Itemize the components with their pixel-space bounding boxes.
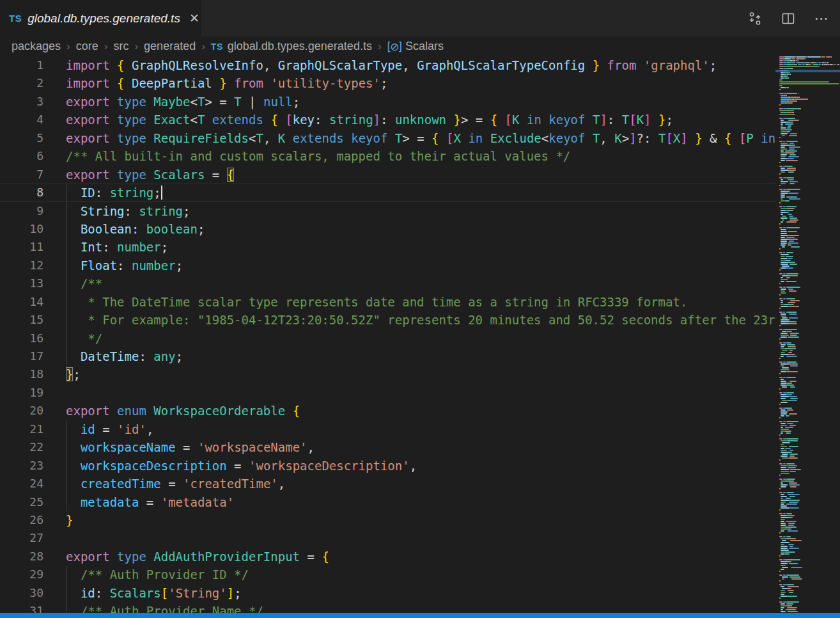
code-line[interactable]: 5export type RequireFields<T, K extends … [0, 129, 775, 147]
code-line[interactable]: 26} [0, 511, 775, 529]
code-line[interactable]: 2import { DeepPartial } from 'utility-ty… [0, 74, 775, 92]
line-number[interactable]: 1 [0, 56, 43, 74]
minimap-line [807, 56, 821, 58]
line-number[interactable]: 27 [0, 529, 43, 547]
line-number[interactable]: 12 [0, 257, 43, 274]
minimap-line [789, 454, 798, 455]
minimap[interactable] [775, 56, 840, 613]
breadcrumb-item-src[interactable]: src [113, 40, 128, 53]
line-number[interactable]: 15 [0, 311, 43, 329]
minimap-line [788, 208, 795, 209]
line-number[interactable]: 19 [0, 384, 43, 402]
line-number[interactable]: 8 [0, 184, 43, 202]
line-number[interactable]: 5 [0, 129, 43, 147]
minimap-line [785, 321, 797, 322]
line-number[interactable]: 4 [0, 111, 43, 129]
code-line[interactable]: 4export type Exact<T extends { [key: str… [0, 111, 775, 129]
minimap-line [781, 519, 785, 520]
code-line[interactable]: 19 [0, 384, 775, 402]
code-line[interactable]: 1import { GraphQLResolveInfo, GraphQLSca… [0, 56, 775, 74]
line-number[interactable]: 6 [0, 147, 43, 165]
line-number[interactable]: 28 [0, 548, 43, 566]
code-editor[interactable]: 1import { GraphQLResolveInfo, GraphQLSca… [0, 56, 775, 618]
line-number[interactable]: 16 [0, 329, 43, 347]
minimap-line [781, 193, 788, 194]
code-line[interactable]: 30 id: Scalars['String']; [0, 584, 775, 602]
code-line[interactable]: 23 workspaceDescription = 'workspaceDesc… [0, 457, 775, 475]
breadcrumb-item-core[interactable]: core [76, 40, 98, 53]
line-number[interactable]: 23 [0, 457, 43, 475]
line-number[interactable]: 22 [0, 438, 43, 456]
line-number[interactable]: 9 [0, 202, 43, 220]
minimap-line [786, 331, 792, 332]
minimap-line [788, 346, 796, 347]
line-number[interactable]: 13 [0, 274, 43, 292]
close-icon[interactable]: ✕ [189, 12, 199, 24]
code-line[interactable]: 6/** All built-in and custom scalars, ma… [0, 147, 775, 165]
code-line[interactable]: 11 Int: number; [0, 238, 775, 256]
code-line[interactable]: 21 id = 'id', [0, 420, 775, 438]
code-line[interactable]: 15 * For example: "1985-04-12T23:20:50.5… [0, 311, 775, 329]
minimap-line [785, 158, 795, 159]
minimap-line [786, 503, 797, 505]
minimap-line [781, 102, 785, 104]
line-number[interactable]: 20 [0, 402, 43, 420]
code-line[interactable]: 22 workspaceName = 'workspaceName', [0, 438, 775, 456]
line-number[interactable]: 29 [0, 566, 43, 583]
line-number[interactable]: 10 [0, 220, 43, 238]
minimap-line [781, 450, 787, 451]
code-line[interactable]: 24 createdTime = 'createdTime', [0, 475, 775, 493]
line-number[interactable]: 25 [0, 493, 43, 511]
line-number[interactable]: 30 [0, 584, 43, 602]
code-line[interactable]: 10 Boolean: boolean; [0, 220, 775, 238]
code-line[interactable]: 27 [0, 529, 775, 547]
more-actions-icon[interactable]: ⋯ [813, 10, 830, 27]
code-line[interactable]: 3export type Maybe<T> = T | null; [0, 93, 775, 111]
line-number[interactable]: 17 [0, 347, 43, 365]
line-number[interactable]: 14 [0, 293, 43, 311]
code-line[interactable]: 16 */ [0, 329, 775, 347]
code-line[interactable]: 25 metadata = 'metadata' [0, 493, 775, 511]
code-line[interactable]: 12 Float: number; [0, 257, 775, 274]
minimap-line [786, 513, 792, 514]
code-line[interactable]: 17 DateTime: any; [0, 347, 775, 365]
minimap-line [781, 444, 784, 445]
line-number[interactable]: 18 [0, 365, 43, 383]
minimap-line [789, 400, 797, 401]
code-line[interactable]: 9 String: string; [0, 202, 775, 220]
breadcrumb-item-generated[interactable]: generated [144, 40, 196, 53]
code-line[interactable]: 8 ID: string; [0, 184, 775, 202]
open-changes-icon[interactable] [747, 10, 763, 27]
line-number[interactable]: 3 [0, 93, 43, 111]
minimap-line [781, 337, 788, 338]
code-line[interactable]: 28export type AddAuthProviderInput = { [0, 548, 775, 566]
breadcrumb-item-global-db-types-generated-ts[interactable]: TSglobal.db.types.generated.ts [211, 40, 372, 53]
code-line[interactable]: 14 * The DateTime scalar type represents… [0, 293, 775, 311]
minimap-line [781, 398, 786, 399]
code-line[interactable]: 7export type Scalars = { [0, 166, 775, 184]
line-number[interactable]: 11 [0, 238, 43, 256]
line-number[interactable]: 24 [0, 475, 43, 493]
minimap-line [783, 252, 786, 253]
line-number[interactable]: 2 [0, 74, 43, 92]
line-number[interactable]: 21 [0, 420, 43, 438]
minimap-line [779, 421, 782, 422]
breadcrumb-item-scalars[interactable]: [⊘]Scalars [387, 40, 444, 53]
minimap-line [788, 171, 793, 173]
code-line[interactable]: 18}; [0, 365, 775, 383]
breadcrumb-item-packages[interactable]: packages [12, 40, 61, 53]
tab-title: global.db.types.generated.ts [27, 12, 180, 26]
minimap-line [783, 273, 786, 274]
minimap-line [781, 210, 786, 211]
code-line[interactable]: 13 /** [0, 274, 775, 292]
minimap-line [789, 183, 795, 184]
tab-global-db-types[interactable]: TS global.db.types.generated.ts ✕ [0, 0, 201, 36]
line-number[interactable]: 26 [0, 511, 43, 529]
code-line[interactable]: 29 /** Auth Provider ID */ [0, 566, 775, 583]
code-line[interactable]: 20export enum WorkspaceOrderable { [0, 402, 775, 420]
minimap-line [785, 260, 791, 261]
split-editor-icon[interactable] [780, 10, 797, 27]
minimap-line [823, 56, 825, 58]
line-number[interactable]: 7 [0, 166, 43, 184]
minimap-line [787, 127, 791, 129]
